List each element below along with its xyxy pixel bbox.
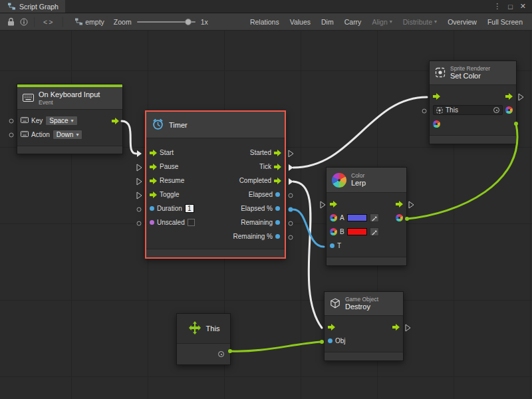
flow-out-port[interactable] <box>396 201 403 207</box>
distribute-dropdown[interactable]: Distribute ▾ <box>398 13 442 30</box>
flow-out-port[interactable] <box>274 164 281 170</box>
node-on-keyboard-input[interactable]: On Keyboard Input Event Key Space ▾ <box>17 84 123 154</box>
node-header[interactable]: On Keyboard Input Event <box>17 87 122 110</box>
value-port-stub[interactable] <box>289 221 293 225</box>
move-arrows-icon <box>188 321 202 336</box>
node-timer[interactable]: Timer Start Started Pause Tick <box>145 110 286 259</box>
flow-in-port[interactable] <box>328 324 335 331</box>
value-out-port[interactable] <box>275 192 280 197</box>
flow-port-stub[interactable] <box>519 94 523 100</box>
flow-out-port[interactable] <box>112 118 119 124</box>
zoom-slider-handle[interactable] <box>185 19 192 25</box>
flow-in-port[interactable] <box>150 178 157 184</box>
connected-value-stub[interactable] <box>289 207 293 212</box>
flow-in-port[interactable] <box>150 150 157 156</box>
flow-in-port[interactable] <box>330 201 337 207</box>
node-set-color[interactable]: Sprite Renderer Set Color This <box>429 61 517 144</box>
value-port-stub[interactable] <box>289 235 293 239</box>
values-button[interactable]: Values <box>285 13 316 30</box>
value-port-stub[interactable] <box>137 207 141 211</box>
maximize-icon[interactable]: □ <box>508 3 513 11</box>
color-swatch-a[interactable] <box>347 214 367 221</box>
window-menu-icon[interactable]: ⋮ <box>493 2 501 11</box>
port-label: Pause <box>160 163 178 170</box>
wire-this-to-destroy-obj[interactable] <box>230 342 322 351</box>
value-port-stub[interactable] <box>9 133 13 137</box>
color-in-port[interactable] <box>433 120 440 128</box>
wire-elapsed-pct-to-lerp-t[interactable] <box>293 209 324 247</box>
eyedropper-icon[interactable] <box>370 213 379 222</box>
lerp-t-row: T <box>327 239 406 253</box>
flow-out-port[interactable] <box>392 324 400 331</box>
flow-port-stub[interactable] <box>409 201 414 208</box>
info-icon[interactable] <box>17 15 31 29</box>
eyedropper-icon[interactable] <box>370 227 379 236</box>
distribute-label: Distribute <box>403 18 432 26</box>
color-out-port[interactable] <box>396 214 403 221</box>
node-color-lerp[interactable]: Color Lerp A <box>326 167 407 266</box>
node-destroy[interactable]: Game Object Destroy Obj <box>324 291 404 361</box>
value-port-stub[interactable] <box>137 221 141 225</box>
node-header[interactable]: This <box>177 314 230 343</box>
flow-in-port[interactable] <box>150 164 157 170</box>
connected-flow-stub[interactable] <box>289 164 293 171</box>
wire-tick-to-setcolor[interactable] <box>293 97 427 168</box>
color-in-port[interactable] <box>330 228 337 235</box>
flow-port-stub[interactable] <box>137 178 142 185</box>
node-header[interactable]: Game Object Destroy <box>325 292 403 316</box>
relations-button[interactable]: Relations <box>245 13 285 30</box>
flow-port-stub[interactable] <box>289 150 293 157</box>
lock-icon[interactable] <box>4 15 17 29</box>
carry-button[interactable]: Carry <box>339 13 367 30</box>
flow-in-port[interactable] <box>150 192 157 198</box>
value-port-stub[interactable] <box>289 194 293 198</box>
value-out-port[interactable] <box>275 206 280 211</box>
zoom-value: 1x <box>201 18 208 26</box>
flow-in-port[interactable] <box>433 93 440 100</box>
zoom-slider[interactable] <box>137 18 196 26</box>
flow-port-stub[interactable] <box>137 192 142 199</box>
node-header[interactable]: Timer <box>146 112 285 138</box>
key-dropdown[interactable]: Space ▾ <box>45 116 77 126</box>
action-dropdown[interactable]: Down ▾ <box>53 130 83 140</box>
target-self-field[interactable]: This <box>433 105 503 115</box>
overview-button[interactable]: Overview <box>442 13 482 30</box>
node-header[interactable]: Color Lerp <box>327 168 406 193</box>
wire-completed-to-destroy[interactable] <box>293 182 322 328</box>
unscaled-checkbox[interactable] <box>188 219 195 226</box>
code-view-button[interactable]: <> <box>38 13 59 30</box>
color-in-port[interactable] <box>330 214 337 221</box>
duration-field[interactable]: 1 <box>185 204 194 213</box>
close-icon[interactable]: ✕ <box>520 2 526 11</box>
flow-port-stub[interactable] <box>406 325 410 331</box>
object-picker-icon[interactable] <box>493 107 499 113</box>
color-in-port[interactable] <box>505 106 513 114</box>
node-header[interactable]: Sprite Renderer Set Color <box>430 61 516 85</box>
flow-port-stub[interactable] <box>321 201 325 208</box>
connected-flow-stub[interactable] <box>137 150 142 157</box>
node-this[interactable]: This <box>176 313 231 365</box>
flow-out-port[interactable] <box>274 150 281 156</box>
dim-button[interactable]: Dim <box>316 13 339 30</box>
value-out-port[interactable] <box>275 234 280 239</box>
flow-out-port[interactable] <box>274 178 281 184</box>
value-port-stub[interactable] <box>422 109 426 113</box>
connected-flow-stub[interactable] <box>289 178 293 185</box>
value-port-stub[interactable] <box>9 119 13 123</box>
align-dropdown[interactable]: Align ▾ <box>366 13 397 30</box>
value-out-port[interactable] <box>275 220 280 225</box>
value-in-port[interactable] <box>328 338 332 343</box>
value-in-port[interactable] <box>150 220 154 225</box>
value-in-port[interactable] <box>330 243 334 248</box>
tab-script-graph[interactable]: Script Graph <box>0 0 65 13</box>
window-controls: ⋮ □ ✕ <box>493 0 532 13</box>
zoom-control: Zoom 1x <box>114 18 208 26</box>
graph-canvas[interactable]: On Keyboard Input Event Key Space ▾ <box>0 31 532 399</box>
flow-port-stub[interactable] <box>137 164 142 171</box>
value-in-port[interactable] <box>150 206 154 211</box>
self-out-port[interactable] <box>218 351 224 357</box>
color-swatch-b[interactable] <box>347 228 367 235</box>
flow-out-port[interactable] <box>505 93 513 100</box>
wire-keyboard-to-timer-start[interactable] <box>122 121 136 154</box>
full-screen-button[interactable]: Full Screen <box>482 13 528 30</box>
